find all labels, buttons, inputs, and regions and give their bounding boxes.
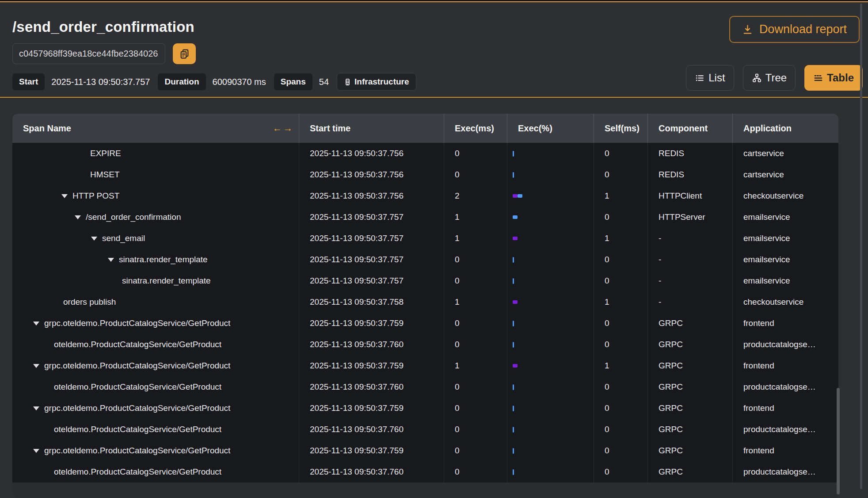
self-ms-cell: 0 — [594, 419, 648, 440]
exec-pct-cell — [507, 249, 594, 270]
span-name-label: oteldemo.ProductCatalogService/GetProduc… — [54, 425, 221, 434]
resize-arrows-icon[interactable]: ← → — [273, 123, 293, 134]
span-name-label: oteldemo.ProductCatalogService/GetProduc… — [54, 340, 221, 349]
column-header-application[interactable]: Application — [733, 114, 838, 143]
table-vertical-scrollbar[interactable] — [837, 388, 840, 494]
infrastructure-button[interactable]: Infrastructure — [337, 73, 416, 91]
resize-left-arrow[interactable]: ← — [273, 123, 282, 134]
exec-ms-cell: 0 — [444, 249, 507, 270]
span-name-cell: oteldemo.ProductCatalogService/GetProduc… — [12, 376, 299, 398]
caret-down-icon[interactable] — [108, 258, 114, 262]
exec-pct-cell — [507, 376, 594, 398]
self-ms-cell: 0 — [594, 334, 648, 355]
caret-down-icon[interactable] — [33, 406, 39, 410]
span-name-cell: HMSET — [12, 164, 299, 185]
top-accent-line — [0, 1, 868, 2]
table-row[interactable]: grpc.oteldemo.ProductCatalogService/GetP… — [12, 398, 838, 419]
table-row[interactable]: EXPIRE2025-11-13 09:50:37.75600REDIScart… — [12, 143, 838, 164]
span-name-cell: HTTP POST — [12, 185, 299, 207]
start-time-cell: 2025-11-13 09:50:37.760 — [299, 334, 444, 355]
exec-bar-segment — [513, 364, 518, 368]
component-cell: GRPC — [648, 313, 733, 334]
exec-pct-cell — [507, 461, 594, 483]
span-name-cell: grpc.oteldemo.ProductCatalogService/GetP… — [12, 355, 299, 376]
caret-down-icon[interactable] — [91, 237, 97, 241]
start-time-cell: 2025-11-13 09:50:37.760 — [299, 461, 444, 483]
application-cell: emailservice — [733, 207, 838, 228]
download-report-button[interactable]: Download report — [729, 16, 860, 43]
component-cell: GRPC — [648, 461, 733, 483]
column-header-exec-ms[interactable]: Exec(ms) — [444, 114, 507, 143]
span-name-cell: grpc.oteldemo.ProductCatalogService/GetP… — [12, 398, 299, 419]
table-row[interactable]: oteldemo.ProductCatalogService/GetProduc… — [12, 419, 838, 440]
start-time-cell: 2025-11-13 09:50:37.757 — [299, 207, 444, 228]
page-scrollbar[interactable] — [860, 4, 862, 489]
self-ms-cell: 0 — [594, 440, 648, 461]
caret-down-icon[interactable] — [61, 194, 68, 198]
table-row[interactable]: /send_order_confirmation2025-11-13 09:50… — [12, 207, 838, 228]
exec-ms-cell: 1 — [444, 291, 507, 313]
application-cell: productcatalogse… — [733, 376, 838, 398]
span-name-label: grpc.oteldemo.ProductCatalogService/GetP… — [44, 403, 230, 413]
meta-start-label: Start — [12, 73, 45, 90]
table-row[interactable]: grpc.oteldemo.ProductCatalogService/GetP… — [12, 313, 838, 334]
column-header-start-time[interactable]: Start time — [299, 114, 444, 143]
span-name-label: oteldemo.ProductCatalogService/GetProduc… — [54, 467, 221, 477]
table-row[interactable]: grpc.oteldemo.ProductCatalogService/GetP… — [12, 440, 838, 461]
span-name-cell: /send_order_confirmation — [12, 207, 299, 228]
component-cell: - — [648, 249, 733, 270]
exec-pct-cell — [507, 419, 594, 440]
table-row[interactable]: oteldemo.ProductCatalogService/GetProduc… — [12, 334, 838, 355]
span-name-label: /send_order_confirmation — [86, 212, 181, 222]
resize-right-arrow[interactable]: → — [283, 123, 293, 134]
tree-icon — [752, 73, 762, 83]
trace-id-input[interactable] — [12, 43, 165, 64]
table-row[interactable]: oteldemo.ProductCatalogService/GetProduc… — [12, 461, 838, 483]
table-row[interactable]: grpc.oteldemo.ProductCatalogService/GetP… — [12, 355, 838, 376]
view-table-button[interactable]: Table — [804, 65, 863, 91]
self-ms-cell: 0 — [594, 376, 648, 398]
exec-bar-tick — [513, 321, 514, 326]
application-cell: productcatalogse… — [733, 419, 838, 440]
copy-icon — [179, 48, 190, 59]
component-cell: GRPC — [648, 376, 733, 398]
caret-down-icon[interactable] — [75, 215, 81, 219]
view-list-button[interactable]: List — [686, 65, 734, 91]
table-row[interactable]: HTTP POST2025-11-13 09:50:37.75621HTTPCl… — [12, 185, 838, 207]
exec-bar-tick — [513, 342, 514, 348]
exec-ms-cell: 0 — [444, 461, 507, 483]
exec-pct-cell — [507, 185, 594, 207]
meta-duration-value: 60090370 ms — [213, 77, 266, 87]
column-header-exec-pct[interactable]: Exec(%) — [507, 114, 594, 143]
view-tree-button[interactable]: Tree — [743, 65, 796, 91]
column-header-component[interactable]: Component — [648, 114, 733, 143]
table-row[interactable]: HMSET2025-11-13 09:50:37.75600REDIScarts… — [12, 164, 838, 185]
table-row[interactable]: orders publish2025-11-13 09:50:37.75811-… — [12, 291, 838, 313]
component-cell: REDIS — [648, 164, 733, 185]
table-row[interactable]: sinatra.render_template2025-11-13 09:50:… — [12, 270, 838, 291]
start-time-cell: 2025-11-13 09:50:37.759 — [299, 355, 444, 376]
caret-down-icon[interactable] — [33, 449, 39, 453]
column-header-span-name[interactable]: Span Name ← → — [12, 114, 299, 143]
start-time-cell: 2025-11-13 09:50:37.757 — [299, 270, 444, 291]
caret-down-icon[interactable] — [33, 364, 39, 368]
trace-id-row — [12, 43, 196, 64]
start-time-cell: 2025-11-13 09:50:37.757 — [299, 228, 444, 249]
column-header-self-ms[interactable]: Self(ms) — [594, 114, 648, 143]
caret-down-icon[interactable] — [33, 322, 39, 326]
span-name-label: grpc.oteldemo.ProductCatalogService/GetP… — [44, 361, 230, 371]
self-ms-cell: 0 — [594, 207, 648, 228]
exec-pct-cell — [507, 313, 594, 334]
exec-pct-cell — [507, 291, 594, 313]
self-ms-cell: 0 — [594, 313, 648, 334]
self-ms-cell: 1 — [594, 291, 648, 313]
copy-button[interactable] — [173, 43, 196, 64]
view-toggle-group: List Tree Table — [686, 65, 863, 91]
table-row[interactable]: send_email2025-11-13 09:50:37.75711-emai… — [12, 228, 838, 249]
table-row[interactable]: oteldemo.ProductCatalogService/GetProduc… — [12, 376, 838, 398]
exec-ms-cell: 1 — [444, 207, 507, 228]
table-row[interactable]: sinatra.render_template2025-11-13 09:50:… — [12, 249, 838, 270]
exec-pct-cell — [507, 228, 594, 249]
self-ms-cell: 0 — [594, 398, 648, 419]
application-cell: cartservice — [733, 164, 838, 185]
